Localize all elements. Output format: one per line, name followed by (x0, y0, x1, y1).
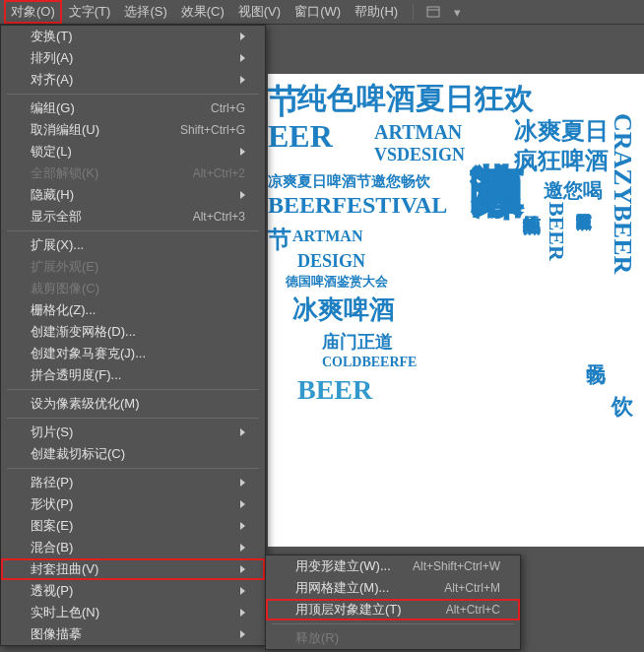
canvas-text: ARTMAN (374, 121, 462, 144)
canvas-text-vertical: BEER (544, 202, 569, 261)
menu-item-label: 路径(P) (31, 474, 232, 491)
menu-item-label: 取消编组(U) (31, 121, 161, 139)
menu-item-label: 对齐(A) (31, 71, 232, 89)
menu-item[interactable]: 编组(G)Ctrl+G (1, 98, 265, 119)
menu-item[interactable]: 设为像素级优化(M) (1, 393, 265, 415)
menu-item[interactable]: 图案(E) (1, 515, 265, 537)
menu-item-label: 栅格化(Z)... (31, 301, 245, 319)
menu-separator (7, 230, 259, 231)
canvas-text: 凉爽夏日啤酒节邀您畅饮 (268, 172, 430, 191)
canvas-text: 德国啤酒鉴赏大会 (286, 273, 388, 291)
menu-item-label: 全部解锁(K) (31, 164, 173, 182)
menu-separator (7, 94, 259, 95)
menu-item[interactable]: 创建渐变网格(D)... (1, 321, 265, 343)
menu-item[interactable]: 锁定(L) (1, 141, 265, 163)
menu-item[interactable]: 取消编组(U)Shift+Ctrl+G (1, 119, 265, 141)
submenu-item[interactable]: 用变形建立(W)...Alt+Shift+Ctrl+W (266, 555, 520, 577)
menu-item-label: 显示全部 (31, 208, 173, 226)
canvas-text-vertical: CRAZYBEER (608, 113, 637, 274)
menu-separator (7, 418, 259, 419)
canvas-text: 疯狂啤酒 (514, 145, 609, 176)
menu-item-label: 图像描摹 (31, 625, 232, 643)
menu-item: 裁剪图像(C) (1, 278, 265, 299)
menu-item[interactable]: 创建裁切标记(C) (1, 443, 265, 465)
canvas-text: 冰爽夏日 (514, 115, 609, 147)
menu-item[interactable]: 显示全部Alt+Ctrl+3 (1, 206, 265, 228)
submenu-item-label: 用变形建立(W)... (295, 557, 393, 575)
menu-item-label: 扩展(X)... (31, 236, 245, 254)
menubar-window[interactable]: 窗口(W) (288, 0, 348, 24)
submenu-arrow-icon (240, 522, 245, 530)
menu-item[interactable]: 栅格化(Z)... (1, 299, 265, 321)
menubar-help[interactable]: 帮助(H) (348, 0, 405, 24)
menu-item-label: 编组(G) (31, 99, 191, 117)
menu-item-label: 拼合透明度(F)... (31, 366, 245, 384)
menu-item[interactable]: 切片(S) (1, 422, 265, 443)
canvas-text: 邀您喝 (544, 177, 603, 204)
menu-item[interactable]: 透视(P) (1, 580, 265, 602)
menu-item[interactable]: 图像描摹 (1, 623, 265, 645)
menu-item-shortcut: Shift+Ctrl+G (180, 123, 245, 137)
submenu-item: 释放(R) (266, 627, 520, 649)
submenu-arrow-icon (240, 544, 245, 552)
submenu-arrow-icon (240, 479, 245, 487)
menubar-select[interactable]: 选择(S) (117, 0, 173, 24)
submenu-item-label: 用网格建立(M)... (295, 579, 424, 597)
canvas[interactable]: 节纯色啤酒夏日狂欢EERARTMAN冰爽夏日VSDESIGN疯狂啤酒凉爽夏日啤酒… (268, 74, 644, 547)
submenu-item-shortcut: Alt+Ctrl+M (444, 581, 500, 595)
envelope-distort-submenu: 用变形建立(W)...Alt+Shift+Ctrl+W用网格建立(M)...Al… (265, 554, 521, 650)
menu-item-label: 切片(S) (31, 424, 232, 441)
submenu-item[interactable]: 用网格建立(M)...Alt+Ctrl+M (266, 577, 520, 599)
toolbar-icon[interactable] (421, 3, 445, 21)
menu-item-label: 形状(P) (31, 495, 232, 513)
submenu-item[interactable]: 用顶层对象建立(T)Alt+Ctrl+C (266, 599, 520, 620)
canvas-text: DESIGN (297, 251, 365, 272)
menu-item-label: 排列(A) (31, 49, 232, 67)
menu-separator (7, 389, 259, 390)
submenu-arrow-icon (240, 500, 245, 508)
menu-item-label: 混合(B) (31, 539, 232, 556)
menu-item[interactable]: 创建对象马赛克(J)... (1, 343, 265, 364)
menu-item-label: 创建裁切标记(C) (31, 445, 245, 463)
menu-item-shortcut: Alt+Ctrl+2 (193, 166, 245, 180)
dropdown-arrow-icon[interactable]: ▾ (445, 3, 469, 21)
menu-item[interactable]: 排列(A) (1, 47, 265, 69)
menu-item: 全部解锁(K)Alt+Ctrl+2 (1, 163, 265, 184)
menu-item[interactable]: 路径(P) (1, 472, 265, 493)
canvas-text: 冰爽啤酒 (292, 293, 395, 327)
canvas-text: 庙门正道 (322, 330, 393, 354)
canvas-text: BEER (297, 374, 372, 406)
menu-separator (7, 468, 259, 469)
menubar: 对象(O) 文字(T) 选择(S) 效果(C) 视图(V) 窗口(W) 帮助(H… (0, 0, 644, 25)
submenu-arrow-icon (240, 191, 245, 199)
submenu-arrow-icon (240, 76, 245, 84)
menu-item-label: 创建渐变网格(D)... (31, 323, 245, 341)
menu-item-shortcut: Ctrl+G (211, 101, 245, 115)
menu-item[interactable]: 混合(B) (1, 537, 265, 558)
menu-item-label: 设为像素级优化(M) (31, 395, 245, 413)
menu-item[interactable]: 形状(P) (1, 493, 265, 515)
canvas-text: EER (268, 118, 333, 155)
submenu-item-shortcut: Alt+Ctrl+C (446, 603, 500, 617)
menu-item[interactable]: 实时上色(N) (1, 602, 265, 623)
menubar-effect[interactable]: 效果(C) (174, 0, 231, 24)
menu-item[interactable]: 拼合透明度(F)... (1, 364, 265, 386)
menu-item-label: 封套扭曲(V) (31, 560, 232, 578)
menu-item-shortcut: Alt+Ctrl+3 (193, 210, 245, 224)
submenu-arrow-icon (240, 148, 245, 156)
menubar-object[interactable]: 对象(O) (4, 0, 62, 24)
submenu-arrow-icon (240, 54, 245, 62)
menu-separator (272, 623, 514, 624)
menubar-text[interactable]: 文字(T) (62, 0, 118, 24)
submenu-arrow-icon (240, 587, 245, 595)
canvas-text: VSDESIGN (374, 145, 465, 165)
submenu-item-label: 释放(R) (295, 629, 500, 647)
menu-item[interactable]: 封套扭曲(V) (1, 558, 265, 580)
menu-item[interactable]: 对齐(A) (1, 69, 265, 91)
menu-item[interactable]: 变换(T) (1, 26, 265, 47)
menubar-view[interactable]: 视图(V) (231, 0, 288, 24)
menu-item-label: 创建对象马赛克(J)... (31, 345, 245, 362)
menu-item[interactable]: 隐藏(H) (1, 184, 265, 206)
canvas-text: ARTMAN (292, 228, 362, 245)
menu-item[interactable]: 扩展(X)... (1, 234, 265, 256)
